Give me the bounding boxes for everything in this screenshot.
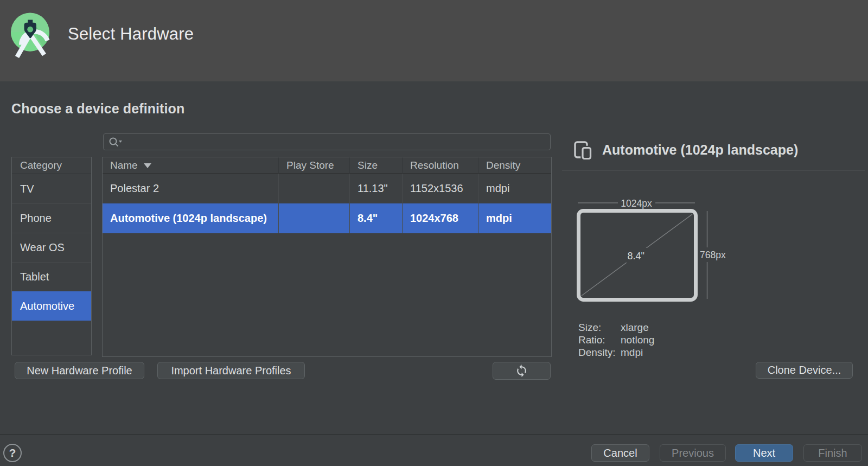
search-icon — [108, 137, 123, 148]
device-type-icon — [574, 141, 592, 160]
category-item-automotive[interactable]: Automotive — [12, 291, 91, 321]
category-item-tv[interactable]: TV — [12, 174, 91, 203]
cell-density: mdpi — [478, 203, 551, 233]
section-heading: Choose a device definition — [11, 101, 184, 117]
spec-size: Size: xlarge — [578, 321, 601, 334]
finish-button[interactable]: Finish — [803, 444, 862, 462]
window-title: Select Hardware — [68, 24, 194, 44]
cell-name: Automotive (1024p landscape) — [103, 203, 278, 233]
detail-panel-title: Automotive (1024p landscape) — [602, 142, 798, 158]
cell-play-store — [278, 203, 349, 233]
category-item-phone[interactable]: Phone — [12, 203, 91, 233]
search-field[interactable] — [103, 133, 551, 150]
screen-height-label: 768px — [700, 250, 726, 260]
cell-resolution: 1152x1536 — [402, 174, 478, 203]
table-row-automotive-selected[interactable]: Automotive (1024p landscape) 8.4" 1024x7… — [103, 203, 551, 233]
previous-button[interactable]: Previous — [660, 444, 726, 462]
select-hardware-dialog: Select Hardware Choose a device definiti… — [0, 0, 868, 466]
column-label: Name — [110, 159, 138, 171]
spec-ratio: Ratio: notlong — [578, 334, 605, 346]
column-header-size[interactable]: Size — [349, 157, 402, 173]
category-panel: Category TV Phone Wear OS Tablet Automot… — [11, 157, 92, 355]
column-label: Play Store — [286, 159, 334, 171]
cell-name: Polestar 2 — [103, 174, 278, 203]
column-label: Resolution — [410, 159, 459, 171]
spec-value: xlarge — [621, 321, 649, 334]
column-label: Density — [486, 159, 520, 171]
search-input[interactable] — [126, 136, 550, 149]
category-item-wear-os[interactable]: Wear OS — [12, 233, 91, 262]
search-history-chevron-icon — [119, 141, 122, 143]
sort-desc-icon — [144, 163, 151, 168]
spec-density: Density: mdpi — [578, 346, 616, 359]
column-header-play-store[interactable]: Play Store — [278, 157, 349, 173]
spec-value: mdpi — [621, 346, 643, 359]
column-header-resolution[interactable]: Resolution — [402, 157, 478, 173]
next-button[interactable]: Next — [735, 444, 793, 462]
spec-label: Density: — [578, 346, 616, 359]
screen-width-label: 1024px — [621, 198, 652, 209]
column-header-name[interactable]: Name — [103, 157, 278, 173]
footer-separator — [0, 434, 868, 435]
device-dimensions-diagram: 1024px 8.4" 768px — [564, 195, 738, 309]
cell-resolution: 1024x768 — [402, 203, 478, 233]
device-table-header: Name Play Store Size Resolution Density — [103, 157, 551, 174]
cell-size: 11.13" — [349, 174, 402, 203]
column-label: Size — [358, 159, 378, 171]
refresh-icon — [515, 364, 528, 378]
spec-label: Size: — [578, 321, 601, 334]
cell-density: mdpi — [478, 174, 551, 203]
table-row-polestar-2[interactable]: Polestar 2 11.13" 1152x1536 mdpi — [103, 174, 551, 203]
new-hardware-profile-button[interactable]: New Hardware Profile — [15, 362, 144, 379]
clone-device-button[interactable]: Clone Device... — [756, 362, 853, 379]
screen-diagonal-label: 8.4" — [628, 251, 644, 261]
refresh-button[interactable] — [493, 362, 551, 380]
cancel-button[interactable]: Cancel — [591, 444, 649, 462]
android-studio-logo-icon — [10, 11, 52, 59]
cell-size: 8.4" — [349, 203, 402, 233]
spec-value: notlong — [621, 334, 654, 346]
import-hardware-profiles-button[interactable]: Import Hardware Profiles — [157, 362, 305, 379]
spec-label: Ratio: — [578, 334, 605, 346]
category-item-tablet[interactable]: Tablet — [12, 262, 91, 291]
column-header-density[interactable]: Density — [478, 157, 551, 173]
help-button[interactable]: ? — [3, 444, 22, 462]
dialog-header: Select Hardware — [0, 0, 868, 81]
cell-play-store — [278, 174, 349, 203]
detail-separator — [562, 170, 865, 170]
device-table: Name Play Store Size Resolution Density … — [102, 157, 552, 357]
category-header: Category — [12, 157, 91, 174]
